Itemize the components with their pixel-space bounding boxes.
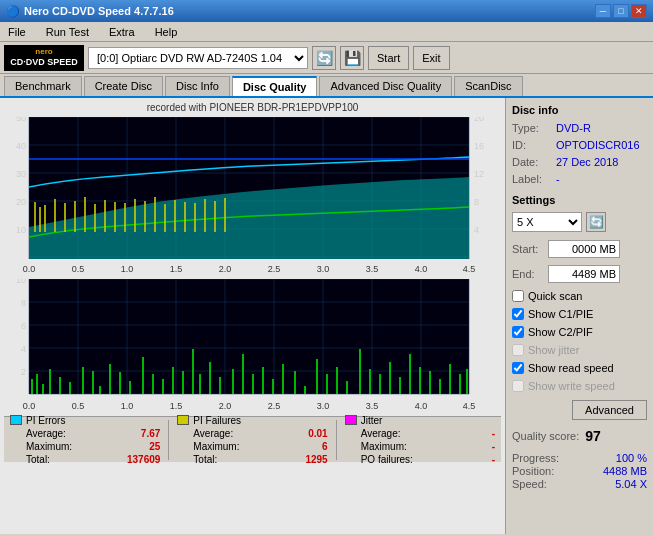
pi-errors-avg-value: 7.67 [110, 428, 160, 439]
drive-selector[interactable]: [0:0] Optiarc DVD RW AD-7240S 1.04 [88, 47, 308, 69]
pi-errors-avg: Average: 7.67 [26, 428, 160, 439]
svg-text:4.0: 4.0 [415, 264, 428, 274]
quality-score-label: Quality score: [512, 430, 579, 442]
show-jitter-label: Show jitter [528, 344, 579, 356]
start-input[interactable] [548, 240, 620, 258]
close-button[interactable]: ✕ [631, 4, 647, 18]
refresh-button[interactable]: 🔄 [312, 46, 336, 70]
svg-rect-25 [94, 204, 96, 232]
position-row: Position: 4488 MB [512, 465, 647, 477]
svg-text:0.5: 0.5 [72, 401, 85, 411]
pi-failures-max-value: 6 [278, 441, 328, 452]
svg-rect-18 [34, 202, 36, 232]
pi-errors-total-value: 137609 [110, 454, 160, 465]
svg-rect-97 [232, 369, 234, 394]
jitter-title: Jitter [345, 415, 495, 426]
svg-rect-119 [459, 374, 461, 394]
position-value: 4488 MB [603, 465, 647, 477]
show-c2-pif-checkbox[interactable] [512, 326, 524, 338]
disc-type-value: DVD-R [556, 122, 591, 134]
tab-benchmark[interactable]: Benchmark [4, 76, 82, 96]
menu-file[interactable]: File [4, 24, 30, 40]
svg-text:4: 4 [21, 344, 26, 354]
svg-text:3.5: 3.5 [366, 401, 379, 411]
svg-rect-79 [49, 369, 51, 394]
svg-text:20: 20 [474, 117, 484, 123]
advanced-button[interactable]: Advanced [572, 400, 647, 420]
svg-rect-113 [399, 377, 401, 394]
speed-select[interactable]: 5 X 1 X 2 X 4 X 8 X Max [512, 212, 582, 232]
title-bar-controls: ─ □ ✕ [595, 4, 647, 18]
svg-text:3.0: 3.0 [317, 264, 330, 274]
tab-advanced-disc-quality[interactable]: Advanced Disc Quality [319, 76, 452, 96]
start-button[interactable]: Start [368, 46, 409, 70]
show-c1-pie-checkbox[interactable] [512, 308, 524, 320]
tab-disc-quality[interactable]: Disc Quality [232, 76, 318, 96]
quick-scan-checkbox[interactable] [512, 290, 524, 302]
tab-scan-disc[interactable]: ScanDisc [454, 76, 522, 96]
pi-failures-total-label: Total: [193, 454, 217, 465]
right-panel: Disc info Type: DVD-R ID: OPTODISCR016 D… [505, 98, 653, 534]
svg-rect-24 [84, 197, 86, 232]
app-title: Nero CD-DVD Speed 4.7.7.16 [24, 5, 174, 17]
svg-rect-106 [326, 374, 328, 394]
disc-date-row: Date: 27 Dec 2018 [512, 156, 647, 168]
svg-rect-84 [99, 386, 101, 394]
show-jitter-row: Show jitter [512, 344, 647, 356]
app-icon: 🔵 [6, 5, 20, 18]
show-read-speed-checkbox[interactable] [512, 362, 524, 374]
maximize-button[interactable]: □ [613, 4, 629, 18]
svg-rect-38 [224, 198, 226, 232]
svg-rect-90 [162, 379, 164, 394]
pi-errors-avg-label: Average: [26, 428, 66, 439]
svg-text:30: 30 [16, 169, 26, 179]
jitter-max: Maximum: - [361, 441, 495, 452]
svg-rect-36 [204, 199, 206, 232]
svg-rect-59 [29, 279, 469, 394]
svg-rect-78 [42, 384, 44, 394]
svg-text:0.0: 0.0 [23, 401, 36, 411]
tab-create-disc[interactable]: Create Disc [84, 76, 163, 96]
svg-rect-37 [214, 201, 216, 232]
show-jitter-checkbox[interactable] [512, 344, 524, 356]
show-write-speed-checkbox[interactable] [512, 380, 524, 392]
speed-refresh-button[interactable]: 🔄 [586, 212, 606, 232]
progress-label: Progress: [512, 452, 559, 464]
svg-rect-93 [192, 349, 194, 394]
minimize-button[interactable]: ─ [595, 4, 611, 18]
title-bar: 🔵 Nero CD-DVD Speed 4.7.7.16 ─ □ ✕ [0, 0, 653, 22]
disc-id-label: ID: [512, 139, 552, 151]
svg-text:4.5: 4.5 [463, 401, 476, 411]
disc-label-value: - [556, 173, 560, 185]
jitter-color [345, 415, 357, 425]
end-label: End: [512, 268, 544, 280]
menu-run-test[interactable]: Run Test [42, 24, 93, 40]
svg-rect-91 [172, 367, 174, 394]
menu-help[interactable]: Help [151, 24, 182, 40]
menu-extra[interactable]: Extra [105, 24, 139, 40]
menu-bar: File Run Test Extra Help [0, 22, 653, 42]
svg-text:20: 20 [16, 197, 26, 207]
svg-rect-108 [346, 381, 348, 394]
pi-failures-avg-value: 0.01 [278, 428, 328, 439]
exit-button[interactable]: Exit [413, 46, 449, 70]
show-c2-pif-label: Show C2/PIF [528, 326, 593, 338]
svg-text:3.5: 3.5 [366, 264, 379, 274]
end-input[interactable] [548, 265, 620, 283]
tab-disc-info[interactable]: Disc Info [165, 76, 230, 96]
po-failures-label: PO failures: [361, 454, 413, 465]
disc-date-label: Date: [512, 156, 552, 168]
start-label: Start: [512, 243, 544, 255]
speed-row-prog: Speed: 5.04 X [512, 478, 647, 490]
bottom-chart: 10 8 6 4 2 0.0 0.5 1.0 1.5 2.0 2.5 3.0 3… [4, 279, 501, 414]
pi-failures-max-label: Maximum: [193, 441, 239, 452]
svg-rect-88 [142, 357, 144, 394]
save-button[interactable]: 💾 [340, 46, 364, 70]
svg-text:1.0: 1.0 [121, 264, 134, 274]
show-c2-pif-row: Show C2/PIF [512, 326, 647, 338]
show-write-speed-row: Show write speed [512, 380, 647, 392]
show-c1-pie-label: Show C1/PIE [528, 308, 593, 320]
pi-failures-color [177, 415, 189, 425]
pi-failures-title: PI Failures [177, 415, 327, 426]
svg-rect-103 [294, 371, 296, 394]
